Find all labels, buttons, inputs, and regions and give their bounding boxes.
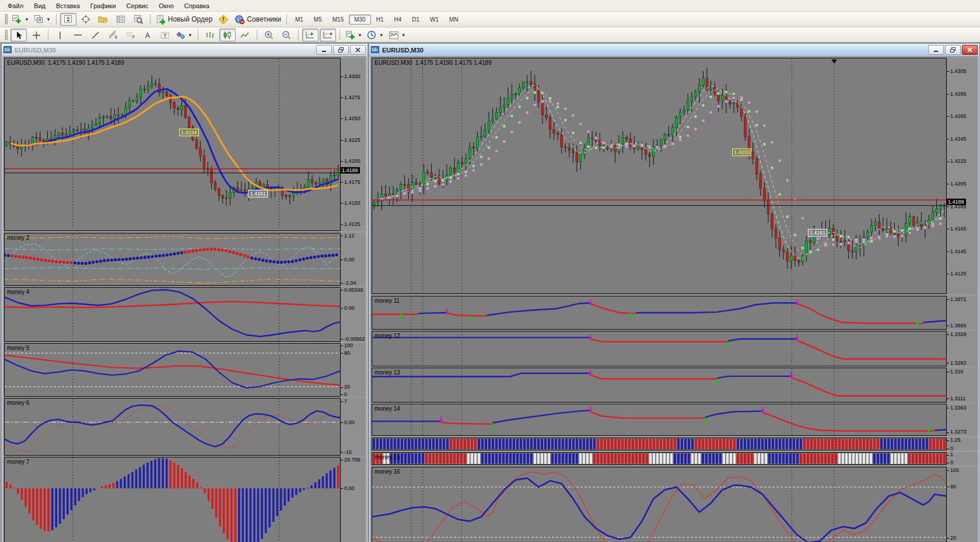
market-watch-button[interactable]	[60, 13, 76, 26]
menu-item-file[interactable]: Файл	[2, 1, 29, 11]
label-button[interactable]: T	[157, 29, 173, 41]
window-titlebar[interactable]: EURUSD,M30	[2, 44, 368, 56]
panel-indicator-bars-4-plot[interactable]	[372, 438, 947, 450]
chart-shift-button[interactable]	[320, 29, 336, 41]
axis-tick: 0.00346	[341, 287, 363, 293]
panel-money-4-plot[interactable]: money 4	[4, 287, 341, 342]
fibo-button[interactable]: E	[104, 29, 121, 41]
main-chart-price-axis[interactable]: 1.43051.42851.42651.42451.42251.42051.41…	[947, 58, 977, 294]
tester-button[interactable]	[130, 13, 146, 26]
panel-money-15-price-axis[interactable]: 10	[947, 452, 977, 465]
vline-button[interactable]	[52, 29, 68, 41]
panel-money-5-plot[interactable]: money 5	[4, 343, 341, 397]
text-button[interactable]: A	[139, 29, 156, 41]
new-chart-button[interactable]: ▼	[10, 13, 31, 26]
axis-tick: 1.4205	[947, 181, 967, 187]
timeframe-h1-button[interactable]: H1	[371, 15, 389, 25]
panel-money-13-plot[interactable]: money 13	[372, 368, 947, 403]
window-title: EURUSD,M30	[382, 47, 424, 54]
close-button[interactable]	[350, 45, 366, 55]
timeframe-mn-button[interactable]: MN	[444, 15, 464, 25]
panel-money-15-plot[interactable]: money 15	[372, 452, 947, 465]
indicator-name-label: money 16	[374, 468, 400, 475]
timeframe-d1-button[interactable]: D1	[407, 15, 425, 25]
chart-client-area[interactable]: EURUSD,M30 1.4175 1.4190 1.4175 1.41891.…	[3, 56, 366, 542]
menu-item-window[interactable]: Окно	[153, 1, 179, 11]
panel-money-12-price-axis[interactable]: 1.33291.3283	[947, 331, 977, 366]
menu-item-view[interactable]: Вид	[29, 1, 51, 11]
axis-tick: 80	[947, 484, 956, 489]
panel-money-11-plot[interactable]: money 11	[372, 296, 947, 330]
panel-money-16-price-axis[interactable]: 10080200	[947, 467, 977, 542]
experts-label: Советники	[247, 15, 281, 23]
crosshair-button[interactable]	[28, 29, 44, 41]
line-chart-button[interactable]	[237, 29, 253, 41]
panel-money-12-plot[interactable]: money 12	[372, 331, 947, 366]
main-chart-price-axis[interactable]: 1.43001.42751.42501.42251.42001.41751.41…	[341, 58, 365, 231]
restore-button[interactable]	[945, 45, 961, 55]
new-order-button[interactable]: Новый Ордер	[154, 13, 214, 26]
window-titlebar[interactable]: EURUSD,M30	[369, 44, 979, 56]
axis-tick: 0.00	[341, 305, 355, 311]
navigator-button[interactable]	[95, 13, 111, 26]
window-title: EURUSD,M30	[15, 47, 56, 54]
timeframe-m5-button[interactable]: M5	[309, 15, 327, 25]
chart-client-area[interactable]: EURUSD,M30 1.4175 1.4190 1.4175 1.41891.…	[370, 56, 978, 542]
main-chart-plot[interactable]: EURUSD,M30 1.4175 1.4190 1.4175 1.41891.…	[4, 58, 341, 231]
panel-money-11-price-axis[interactable]: 1.39711.3866	[947, 296, 977, 330]
shapes-button[interactable]: ▼	[174, 29, 194, 41]
hline-button[interactable]	[69, 29, 86, 41]
label-icon: T	[160, 31, 170, 40]
panel-money-7: money 729.7080.00-69.2552	[4, 457, 365, 542]
bars-chart-button[interactable]	[202, 29, 218, 41]
timeframe-m30-button[interactable]: M30	[349, 15, 370, 25]
panel-money-5-price-axis[interactable]: 10080200	[341, 343, 365, 397]
panel-money-14-plot[interactable]: money 14	[372, 404, 947, 436]
data-window-button[interactable]	[78, 13, 94, 26]
close-button[interactable]	[962, 45, 978, 55]
panel-money-16-plot[interactable]: money 16	[372, 467, 947, 542]
terminal-button[interactable]	[113, 13, 129, 26]
channel-button[interactable]: F	[122, 29, 138, 41]
profiles-button[interactable]: ▼	[32, 13, 52, 26]
panel-money-2-price-axis[interactable]: 1.120.00-1.04	[341, 233, 365, 286]
autoscroll-button[interactable]	[302, 29, 318, 41]
restore-button[interactable]	[333, 45, 349, 55]
timeframe-m15-button[interactable]: M15	[327, 15, 349, 25]
panel-money-7-price-axis[interactable]: 29.7080.00-69.2552	[341, 457, 365, 542]
timeframe-w1-button[interactable]: W1	[425, 15, 444, 25]
templates-button[interactable]: ▼	[387, 29, 408, 41]
candle-chart-button[interactable]	[219, 29, 236, 41]
timeframe-h4-button[interactable]: H4	[388, 15, 407, 25]
timeframe-m1-button[interactable]: M1	[290, 15, 309, 25]
panel-indicator-bars-4-price-axis[interactable]: 1.250	[947, 438, 977, 450]
menu-item-insert[interactable]: Вставка	[51, 1, 85, 11]
panel-money-2-plot[interactable]: money 2	[4, 233, 341, 286]
periods-button[interactable]: ▼	[365, 29, 386, 41]
panel-money-14-price-axis[interactable]: 1.33631.3273	[947, 404, 977, 436]
periods-icon	[367, 30, 377, 40]
zoom-in-button[interactable]	[261, 29, 277, 41]
panel-money-13-price-axis[interactable]: 1.3161.3111	[947, 368, 977, 403]
axis-tick: 1.4225	[947, 158, 967, 164]
dropdown-caret-icon: ▼	[24, 17, 29, 22]
price-level-label: 1.4161	[248, 190, 268, 197]
panel-money-6-price-axis[interactable]: 70.00-15	[341, 398, 365, 456]
panel-money-4-price-axis[interactable]: 0.003460.00-0.00562	[341, 287, 365, 342]
menu-item-help[interactable]: Справка	[179, 1, 215, 11]
axis-tick: 20	[947, 535, 956, 541]
experts-button[interactable]: Советники	[233, 13, 283, 26]
trendline-button[interactable]	[87, 29, 103, 41]
main-chart-plot[interactable]: EURUSD,M30 1.4175 1.4190 1.4175 1.41891.…	[372, 58, 947, 294]
menu-item-service[interactable]: Сервис	[121, 1, 154, 11]
menu-item-charts[interactable]: Графики	[85, 1, 121, 11]
svg-text:!: !	[223, 16, 225, 23]
zoom-out-button[interactable]	[278, 29, 295, 41]
minimize-button[interactable]	[928, 45, 944, 55]
minimize-button[interactable]	[316, 45, 332, 55]
cursor-button[interactable]	[10, 29, 27, 41]
panel-money-7-plot[interactable]: money 7	[4, 457, 341, 542]
panel-money-6-plot[interactable]: money 6	[4, 398, 341, 456]
indicators-button[interactable]: ▼	[344, 29, 364, 41]
alert-button[interactable]: !	[215, 13, 232, 26]
